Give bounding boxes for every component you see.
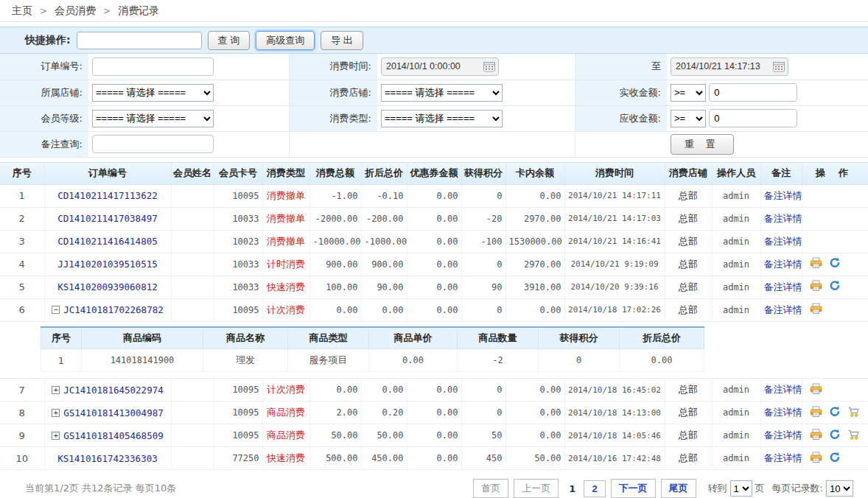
breadcrumb-separator: > — [103, 6, 111, 16]
collapse-icon[interactable]: − — [52, 306, 60, 314]
print-icon[interactable] — [810, 406, 822, 420]
breadcrumb-member-consume[interactable]: 会员消费 — [55, 4, 96, 18]
expand-icon[interactable]: + — [52, 409, 60, 417]
note-cell: 备注详情 — [760, 424, 802, 447]
consume-shop: 总部 — [665, 379, 712, 401]
row-index: 9 — [0, 424, 44, 447]
note-detail-link[interactable]: 备注详情 — [764, 281, 802, 292]
order-number-cell: +GS1410181405468509 — [44, 424, 171, 447]
order-number-link[interactable]: CD1410211416414805 — [57, 236, 157, 247]
per-page-select[interactable]: 10 — [826, 480, 853, 497]
receivable-amount-input[interactable] — [709, 109, 797, 127]
note-detail-link[interactable]: 备注详情 — [764, 259, 802, 270]
card-balance: 0.00 — [505, 379, 564, 401]
breadcrumb-home[interactable]: 主页 — [12, 4, 32, 18]
column-header: 会员姓名 — [171, 162, 214, 184]
reset-button[interactable]: 重 置 — [671, 134, 734, 155]
print-icon[interactable] — [810, 452, 822, 466]
operator: admin — [712, 379, 760, 401]
time-to-input[interactable] — [671, 57, 788, 76]
column-header: 会员卡号 — [214, 162, 262, 184]
consume-type-label: 消费类型: — [289, 105, 377, 131]
discounted-total: 0.20 — [361, 401, 407, 424]
next-page-button[interactable]: 下一页 — [611, 479, 656, 498]
last-page-button[interactable]: 尾页 — [661, 479, 696, 498]
note-detail-link[interactable]: 备注详情 — [764, 304, 802, 315]
received-operator-select[interactable]: >= — [671, 84, 706, 102]
member-card-no: 10095 — [214, 424, 262, 447]
print-icon[interactable] — [810, 429, 822, 443]
note-query-input[interactable] — [92, 135, 214, 153]
page-2-button[interactable]: 2 — [584, 480, 605, 497]
print-icon[interactable] — [810, 303, 822, 317]
note-cell: 备注详情 — [760, 184, 802, 207]
note-detail-link[interactable]: 备注详情 — [764, 190, 802, 201]
note-cell: 备注详情 — [760, 276, 802, 298]
member-level-select[interactable]: ===== 请选择 ===== — [92, 110, 214, 127]
print-icon[interactable] — [810, 383, 822, 397]
order-number-link[interactable]: CD1410211417038497 — [57, 213, 157, 224]
current-page: 1 — [566, 481, 578, 497]
sub-column-header: 商品名称 — [203, 327, 288, 349]
consume-shop-select[interactable]: ===== 请选择 ===== — [381, 84, 503, 102]
note-detail-link[interactable]: 备注详情 — [764, 384, 802, 395]
cart-icon[interactable] — [847, 406, 861, 420]
quick-search-input[interactable] — [77, 32, 202, 49]
calendar-icon[interactable] — [773, 61, 785, 74]
calendar-icon[interactable] — [483, 61, 495, 74]
own-shop-label: 所属店铺: — [0, 80, 88, 105]
expand-icon[interactable]: + — [52, 386, 60, 394]
advanced-query-button[interactable]: 高级查询 — [256, 31, 315, 50]
breadcrumb: 主页 > 会员消费 > 消费记录 — [0, 0, 868, 22]
cart-icon[interactable] — [847, 429, 861, 443]
prev-page-button[interactable]: 上一页 — [514, 479, 559, 498]
consume-type-select[interactable]: ===== 请选择 ===== — [381, 110, 503, 127]
first-page-button[interactable]: 首页 — [473, 479, 508, 498]
column-header: 序号 — [0, 162, 44, 184]
print-icon[interactable] — [810, 280, 822, 294]
consume-type: 快速消费 — [262, 447, 309, 470]
undo-icon[interactable] — [829, 406, 841, 420]
order-number-link[interactable]: JJ1410201039510515 — [57, 259, 157, 270]
undo-icon[interactable] — [829, 257, 841, 271]
actions-cell — [802, 207, 868, 230]
receivable-operator-select[interactable]: >= — [671, 110, 706, 127]
sub-column-header: 序号 — [41, 327, 82, 349]
time-from-input[interactable] — [381, 57, 499, 76]
coupon-amount: 0.00 — [407, 424, 461, 447]
points-earned: 450 — [461, 447, 505, 470]
coupon-amount: 0.00 — [407, 184, 461, 207]
note-detail-link[interactable]: 备注详情 — [764, 452, 802, 463]
table-row: 8+GS141018141300498710095商品消费2.000.200.0… — [0, 401, 868, 424]
note-detail-link[interactable]: 备注详情 — [764, 407, 802, 418]
own-shop-select[interactable]: ===== 请选择 ===== — [92, 84, 214, 102]
order-no-input[interactable] — [92, 57, 214, 76]
query-button[interactable]: 查 询 — [208, 31, 251, 50]
note-detail-link[interactable]: 备注详情 — [764, 429, 802, 441]
note-cell: 备注详情 — [760, 253, 802, 276]
order-number-link[interactable]: GS1410181405468509 — [63, 430, 163, 441]
order-number-link[interactable]: KS1410161742336303 — [57, 453, 157, 464]
consume-time: 2014/10/18 16:45:02 — [564, 379, 665, 401]
print-icon[interactable] — [810, 257, 822, 271]
export-button[interactable]: 导 出 — [321, 31, 363, 50]
order-number-link[interactable]: CD1410211417113622 — [57, 190, 157, 201]
consume-time: 2014/10/18 14:05:46 — [564, 424, 665, 447]
undo-icon[interactable] — [829, 280, 841, 294]
note-detail-link[interactable]: 备注详情 — [764, 236, 802, 247]
table-row: 7+JC141018164502297410095计次消费0.000.000.0… — [0, 379, 868, 401]
order-number-link[interactable]: JC1410181645022974 — [63, 385, 163, 396]
order-number-link[interactable]: JC1410181702268782 — [63, 304, 163, 315]
order-number-link[interactable]: KS1410200939060812 — [57, 281, 157, 292]
expand-icon[interactable]: + — [52, 432, 60, 440]
note-detail-link[interactable]: 备注详情 — [764, 213, 802, 224]
goto-page-select[interactable]: 1 — [730, 480, 752, 497]
order-number-link[interactable]: GS1410181413004987 — [63, 407, 163, 418]
member-name — [171, 253, 214, 276]
consume-time: 2014/10/16 17:42:48 — [564, 447, 665, 470]
received-amount-input[interactable] — [709, 83, 797, 102]
undo-icon[interactable] — [829, 429, 841, 443]
undo-icon[interactable] — [829, 452, 841, 466]
column-header: 操作 — [802, 162, 868, 184]
consume-total: 500.00 — [309, 447, 361, 470]
